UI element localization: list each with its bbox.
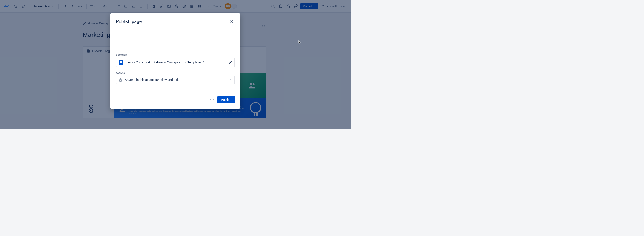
modal-title: Publish page [116, 19, 142, 24]
modal-close-button[interactable] [228, 18, 235, 24]
close-icon [230, 19, 234, 24]
edit-location-icon[interactable] [228, 61, 232, 64]
svg-rect-55 [181, 26, 187, 35]
svg-point-63 [210, 99, 211, 100]
publish-modal: Publish page [110, 13, 240, 109]
access-value: Anyone in this space can view and edit [125, 78, 179, 82]
svg-rect-56 [186, 46, 195, 49]
space-icon [118, 60, 124, 65]
svg-point-64 [212, 99, 212, 100]
svg-rect-53 [168, 33, 170, 45]
location-sep: / [185, 61, 186, 64]
chevron-down-icon [229, 78, 232, 81]
modal-overlay: Publish page [0, 0, 350, 129]
location-field[interactable]: draw.io Configurat... / draw.io Configur… [116, 58, 235, 67]
location-label: Location [116, 53, 235, 56]
svg-rect-46 [159, 43, 164, 48]
svg-rect-61 [120, 62, 122, 62]
svg-rect-60 [120, 61, 122, 63]
location-sep: / [203, 61, 204, 64]
modal-publish-button[interactable]: Publish [217, 96, 235, 103]
svg-rect-59 [158, 48, 164, 49]
cursor-icon [298, 40, 302, 44]
svg-point-65 [213, 99, 213, 100]
access-dropdown[interactable]: Anyone in this space can view and edit [116, 75, 235, 84]
svg-rect-45 [158, 42, 162, 47]
location-part3: Templates [188, 61, 202, 64]
svg-rect-54 [171, 33, 174, 45]
svg-rect-57 [186, 45, 195, 46]
modal-more-button[interactable] [208, 96, 216, 103]
unlock-icon [118, 78, 122, 82]
location-part1: draw.io Configurat... [125, 61, 153, 64]
location-part2: draw.io Configurat... [156, 61, 184, 64]
access-label: Access [116, 71, 235, 74]
svg-rect-62 [120, 80, 122, 81]
svg-point-44 [155, 43, 165, 51]
location-sep: / [154, 61, 155, 64]
svg-point-58 [158, 48, 165, 50]
svg-rect-47 [166, 31, 167, 49]
svg-rect-48 [184, 31, 185, 49]
